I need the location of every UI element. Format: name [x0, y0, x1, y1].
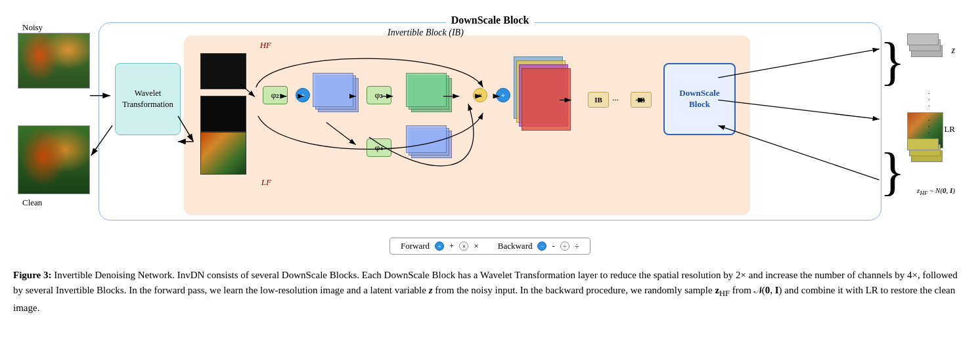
zhf-dots: · · · [925, 119, 933, 135]
legend-backward-label: Backward [498, 241, 533, 251]
wavelet-box: WaveletTransformation [115, 63, 181, 135]
feature-map-green [405, 73, 454, 116]
zhf-label: zHF ~ N(0, I) [917, 186, 955, 196]
caption: Figure 3: Invertible Denoising Network. … [13, 268, 966, 316]
lr-label: LR [944, 124, 955, 135]
ib-box-1: IB [588, 92, 609, 108]
legend-plus-label: + [449, 241, 454, 251]
clean-image [18, 125, 90, 194]
hf-lf-panel: HF LF [200, 37, 253, 191]
legend-div-label: ÷ [575, 241, 579, 251]
legend-circle-white-div: ÷ [560, 242, 569, 251]
caption-fig-num: Figure 3: [13, 270, 51, 280]
lf-block [200, 132, 246, 175]
downscale-inner-box: DownScaleBlock [663, 63, 736, 135]
noisy-label: Noisy [22, 22, 43, 33]
add-circle-2: + [496, 88, 510, 102]
z-label: z [952, 45, 955, 56]
legend-circle-blue-plus: + [435, 242, 444, 251]
z-stack [907, 33, 943, 93]
add-circle-1: + [296, 88, 310, 102]
feature-map-blue [311, 73, 361, 116]
legend: Forward + + × × Backward − - ÷ ÷ [390, 238, 590, 255]
hf-block-2 [200, 96, 246, 132]
ib-box-2: IB [631, 92, 652, 108]
feature-map-colorful [514, 56, 573, 135]
z-dots: · · · [925, 93, 933, 108]
brace-zhf: } [880, 145, 905, 198]
hf-block-1 [200, 53, 246, 89]
diagram: DownScale Block Noisy Clean WaveletTrans… [13, 10, 967, 260]
downscale-inner-label: DownScaleBlock [679, 88, 719, 110]
phi3-box: φ₃ [367, 86, 391, 104]
legend-circle-white-times: × [459, 242, 468, 251]
legend-forward-label: Forward [401, 241, 430, 251]
lf-label: LF [261, 177, 271, 188]
legend-times-label: × [474, 241, 478, 251]
ib-dots: ··· [612, 94, 619, 105]
hf-label: HF [260, 40, 271, 51]
right-outputs: } z · · · LR · · · } zHF ~ N(0, I) [878, 27, 956, 211]
caption-text-1: Invertible Denoising Network. InvDN cons… [13, 270, 958, 313]
ib-label: Invertible Block (IB) [388, 28, 464, 38]
brace-z: } [880, 35, 905, 87]
downscale-title: DownScale Block [446, 14, 535, 26]
legend-minus-label: - [552, 241, 554, 251]
phi4-box: φ₄ [367, 138, 391, 157]
clean-label: Clean [22, 198, 42, 208]
times-circle-1: × [473, 88, 487, 102]
noisy-image [18, 33, 90, 89]
wavelet-label: WaveletTransformation [122, 88, 173, 111]
phi2-box: φ₂ [263, 86, 288, 104]
legend-circle-blue-minus: − [537, 242, 546, 251]
feature-map-blue2 [405, 125, 454, 161]
